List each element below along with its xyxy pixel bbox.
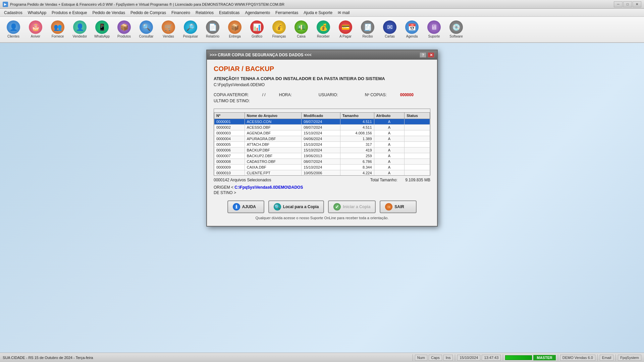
col-status: Status (405, 113, 430, 119)
status-num: Num (415, 355, 427, 361)
cell-name: BACKUP2.DBF (245, 153, 302, 159)
modal-heading: COPIAR / BACKUP (214, 65, 430, 73)
tool-apagar[interactable]: 💳 A Pagar (335, 18, 356, 41)
cell-size: 317 (340, 142, 374, 147)
status-email: Email (600, 355, 614, 361)
aniver-icon: 🎂 (29, 20, 42, 34)
tool-cartas[interactable]: ✉ Cartas (379, 18, 400, 41)
summary-size-value: 9.109.835 MB (405, 178, 430, 182)
menu-ajuda[interactable]: Ajuda e Suporte (301, 9, 335, 16)
cell-num: 0000005 (214, 142, 245, 147)
tool-receber[interactable]: 💰 Receber (313, 18, 334, 41)
menu-ferramentas[interactable]: Ferramentas (273, 9, 301, 16)
tool-software[interactable]: 💿 Software (445, 18, 467, 41)
tool-whatsapp[interactable]: 📱 WhatsApp (91, 18, 113, 41)
tool-grafico[interactable]: 📊 Gráfico (246, 18, 268, 41)
tool-vendedor[interactable]: 👤 Vendedor (69, 18, 91, 41)
modal-help-button[interactable]: ? (420, 52, 426, 58)
menu-relatorios[interactable]: Relatórios (193, 9, 216, 16)
tool-software-label: Software (449, 35, 463, 39)
tool-entrega-label: Entrega (229, 35, 240, 39)
menu-financeiro[interactable]: Financeiro (169, 9, 193, 16)
caixa-icon: 💵 (294, 20, 308, 34)
table-row[interactable]: 0000008 CADASTRO.DBF 08/07/2024 6.786 A (214, 159, 430, 165)
table-row[interactable]: 0000004 APURAGRA.DBF 04/06/2024 1.389 A (214, 136, 430, 142)
status-sep-1 (413, 354, 413, 361)
ajuda-button[interactable]: ℹ AJUDA (227, 200, 264, 213)
vendas-icon: 🛒 (162, 20, 175, 34)
cell-modified: 15/10/2024 (302, 142, 340, 147)
menu-pedido-compras[interactable]: Pedido de Compras (128, 9, 169, 16)
cell-modified: 15/10/2024 (302, 147, 340, 153)
sair-label: SAIR (394, 204, 404, 209)
cell-size: 259 (340, 153, 374, 159)
table-row[interactable]: 0000010 CLIENTE.FPT 10/05/2006 4.224 A (214, 170, 430, 176)
usuario-label: USUARIO: (319, 93, 338, 97)
tool-clientes[interactable]: 👤 Clientes (3, 18, 24, 41)
tool-caixa-label: Caixa (297, 35, 306, 39)
maximize-button[interactable]: □ (623, 1, 632, 7)
produtos-icon: 📦 (117, 20, 131, 34)
tool-recibo[interactable]: 🧾 Recibo (357, 18, 378, 41)
table-row[interactable]: 0000003 AGENDA.DBF 15/10/2024 4.008.156 … (214, 130, 430, 136)
cell-attr: A (374, 119, 405, 125)
tool-agenda[interactable]: 📅 Agenda (401, 18, 423, 41)
table-row[interactable]: 0000005 ATTACH.DBF 15/10/2024 317 A (214, 142, 430, 147)
iniciar-button[interactable]: ✓ Iniciar a Copia (328, 200, 376, 213)
modal-close-button[interactable]: ✕ (428, 52, 434, 58)
cell-size: 4.008.156 (340, 130, 374, 136)
tool-suporte[interactable]: 🖥 Suporte (423, 18, 445, 41)
tool-fornece[interactable]: 👥 Fornece (47, 18, 68, 41)
table-row[interactable]: 0000009 CAIXA.DBF 15/10/2024 8.344 A (214, 165, 430, 170)
cell-attr: A (374, 130, 405, 136)
tool-suporte-label: Suporte (428, 35, 440, 39)
menu-whatsapp[interactable]: WhatsApp (25, 9, 49, 16)
relatorio-icon: 📄 (206, 20, 219, 34)
menu-estatisticas[interactable]: Estatísticas (216, 9, 242, 16)
menu-agendamento[interactable]: Agendamento (242, 9, 273, 16)
local-button[interactable]: 🔍 Local para a Copia (268, 200, 324, 213)
cell-attr: A (374, 136, 405, 142)
table-row[interactable]: 0000002 ACESSO.DBF 08/07/2024 4.511 A (214, 125, 430, 130)
cell-modified: 19/06/2013 (302, 153, 340, 159)
tool-vendas[interactable]: 🛒 Vendas (158, 18, 179, 41)
col-modified: Modificado (302, 113, 340, 119)
modal-controls: ? ✕ (420, 52, 434, 58)
agenda-icon: 📅 (405, 20, 419, 34)
tool-entrega[interactable]: 📦 Entrega (224, 18, 246, 41)
tool-relatorio[interactable]: 📄 Relatório (202, 18, 223, 41)
col-size: Tamanho (340, 113, 374, 119)
tool-caixa[interactable]: 💵 Caixa (290, 18, 312, 41)
fornece-icon: 👥 (51, 20, 64, 34)
button-row: ℹ AJUDA 🔍 Local para a Copia ✓ Iniciar a… (214, 200, 430, 213)
menu-pedido-vendas[interactable]: Pedido de Vendas (90, 9, 127, 16)
close-button[interactable]: ✕ (633, 1, 641, 7)
copia-anterior-label: COPIA ANTERIOR: (214, 93, 249, 97)
status-date: 15/10/2024 (457, 355, 480, 361)
table-row[interactable]: 0000006 BACKUP.DBF 15/10/2024 419 A (214, 147, 430, 153)
tool-financas[interactable]: 💰 Finanças (268, 18, 290, 41)
tool-consultar[interactable]: 🔍 Consultar (136, 18, 157, 41)
origem-path: C:\FpqSys\Vendas6.0DEMO\DADOS (234, 185, 303, 190)
tool-aniver[interactable]: 🎂 Aniver (25, 18, 46, 41)
status-sep-4 (558, 354, 558, 361)
cell-num: 0000008 (214, 159, 245, 165)
tool-pesquisar[interactable]: 🔎 Pesquisar (180, 18, 201, 41)
status-sep-3 (503, 354, 503, 361)
table-row[interactable]: 0000007 BACKUP2.DBF 19/06/2013 259 A (214, 153, 430, 159)
info-row: COPIA ANTERIOR: / / HORA: USUARIO: Nº CO… (214, 93, 430, 97)
tool-financas-label: Finanças (272, 35, 286, 39)
support-text: Qualquer dúvida acesse o nosso Suporte O… (214, 216, 430, 222)
file-table-container[interactable]: Nº Nome do Arquivo Modificado Tamanho At… (214, 109, 430, 176)
menu-mail[interactable]: ✉ mail (335, 9, 352, 16)
sair-button[interactable]: → SAIR (380, 200, 417, 213)
ultimo-destino: ULTIMO DE STINO: (214, 99, 430, 103)
clients-icon: 👤 (7, 20, 20, 34)
tool-vendas-label: Vendas (163, 35, 174, 39)
table-row[interactable]: 0000001 ACESSO.CON 08/07/2024 4.511 A (214, 119, 430, 125)
menu-cadastros[interactable]: Cadastros (1, 9, 25, 16)
app-icon: ▶ (3, 2, 8, 7)
tool-produtos[interactable]: 📦 Produtos (113, 18, 135, 41)
minimize-button[interactable]: ─ (614, 1, 623, 7)
menu-produtos[interactable]: Produtos e Estoque (49, 9, 90, 16)
